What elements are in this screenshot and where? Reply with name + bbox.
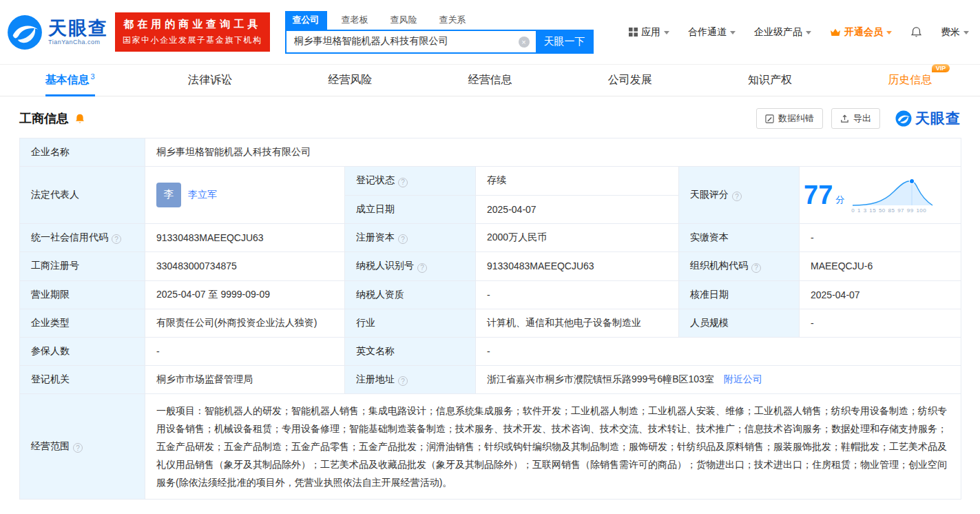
search-input[interactable]	[285, 30, 536, 54]
menu-vip[interactable]: 开通会员	[830, 26, 892, 39]
legal-rep-cell: 李 李立军	[145, 167, 345, 224]
apps-grid-icon	[629, 28, 638, 37]
search-tabs: 查公司 查老板 查风险 查关系	[285, 11, 594, 30]
menu-enterprise[interactable]: 企业级产品	[754, 26, 811, 39]
page-header: 天眼查 TianYanCha.com 都在用的商业查询工具 国家中小企业发展子基…	[0, 0, 980, 65]
nearby-companies-link[interactable]: 附近公司	[724, 373, 762, 384]
tab-label: 知识产权	[748, 73, 792, 88]
table-row: 企业名称 桐乡事坦格智能机器人科技有限公司	[20, 138, 961, 167]
banner-line2: 国家中小企业发展子基金旗下机构	[123, 34, 262, 46]
watermark-text: 天眼查	[915, 109, 961, 128]
legal-rep-avatar[interactable]: 李	[156, 183, 181, 207]
tianyancha-logo[interactable]: 天眼查 TianYanCha.com	[7, 14, 108, 50]
search-tab-company[interactable]: 查公司	[285, 11, 327, 30]
company-type-value: 有限责任公司(外商投资企业法人独资)	[145, 309, 345, 337]
approval-date-value: 2025-04-07	[800, 280, 961, 309]
subscribe-bell-icon[interactable]	[74, 113, 85, 125]
chevron-down-icon	[806, 31, 811, 34]
score-cell[interactable]: 77 分 0 1 3 15 50 85 97 99 100	[800, 167, 961, 224]
paid-capital-label: 实缴资本	[679, 223, 800, 252]
menu-apps-label: 应用	[641, 26, 660, 39]
paid-capital-value: -	[800, 223, 961, 252]
help-icon[interactable]: ?	[398, 178, 408, 187]
vip-badge: VIP	[932, 64, 950, 72]
tab-intellectual-property[interactable]: 知识产权	[700, 65, 840, 96]
menu-enterprise-label: 企业级产品	[754, 26, 802, 39]
reg-authority-value: 桐乡市市场监督管理局	[145, 365, 345, 394]
tab-basic-info[interactable]: 基本信息 3	[0, 65, 140, 96]
notification-bell-icon[interactable]	[910, 26, 922, 39]
tab-operation-info[interactable]: 经营信息	[420, 65, 560, 96]
address-label: 注册地址?	[345, 365, 476, 394]
help-icon[interactable]: ?	[398, 376, 408, 386]
tab-history-info[interactable]: 历史信息 VIP	[840, 65, 980, 96]
tab-label: 法律诉讼	[188, 73, 232, 88]
search-button[interactable]: 天眼一下	[536, 30, 594, 54]
export-button[interactable]: 导出	[831, 108, 880, 129]
establish-date-label: 成立日期	[345, 195, 476, 223]
logo-subtext: TianYanCha.com	[48, 39, 108, 45]
english-name-value: -	[476, 337, 961, 365]
org-code-label: 组织机构代码?	[679, 252, 800, 281]
taxpayer-quality-value: -	[476, 280, 679, 309]
tab-label: 历史信息	[888, 74, 932, 85]
insured-value: -	[145, 337, 345, 365]
score-axis-labels: 0 1 3 15 50 85 97 99 100	[851, 207, 934, 214]
search-tab-risk[interactable]: 查风险	[383, 11, 425, 30]
search-tab-boss[interactable]: 查老板	[334, 11, 376, 30]
menu-user[interactable]: 费米	[941, 26, 969, 39]
business-info-table: 企业名称 桐乡事坦格智能机器人科技有限公司 法定代表人 李 李立军 登记状态? …	[19, 138, 961, 500]
data-correction-button[interactable]: 数据纠错	[756, 108, 823, 129]
company-name-label: 企业名称	[20, 138, 145, 167]
chevron-down-icon	[730, 31, 736, 34]
org-code-value: MAEEQCJU-6	[800, 252, 961, 281]
reg-capital-label: 注册资本?	[345, 223, 476, 252]
taxpayer-quality-label: 纳税人资质	[345, 280, 476, 309]
menu-apps[interactable]: 应用	[629, 26, 669, 39]
help-icon[interactable]: ?	[417, 263, 427, 273]
taxpayer-id-value: 91330483MAEEQCJU63	[476, 252, 679, 281]
industry-value: 计算机、通信和其他电子设备制造业	[476, 309, 679, 337]
search-area: 查公司 查老板 查风险 查关系 × 天眼一下	[285, 11, 594, 54]
menu-vip-label: 开通会员	[844, 26, 883, 39]
staff-size-value: -	[800, 309, 961, 337]
credit-code-label: 统一社会信用代码?	[20, 223, 145, 252]
reg-number-label: 工商注册号	[20, 252, 145, 281]
crown-icon	[830, 28, 841, 37]
reg-status-value: 存续	[476, 167, 679, 196]
reg-authority-label: 登记机关	[20, 365, 145, 394]
business-scope-label: 经营范围?	[20, 394, 145, 500]
table-row: 经营范围? 一般项目：智能机器人的研发；智能机器人销售；集成电路设计；信息系统集…	[20, 394, 961, 500]
data-correction-label: 数据纠错	[778, 112, 814, 125]
export-label: 导出	[853, 112, 871, 125]
top-menu: 应用 合作通道 企业级产品 开通会员 费米	[629, 26, 969, 39]
legal-rep-link[interactable]: 李立军	[188, 189, 217, 201]
tab-label: 基本信息	[45, 73, 90, 88]
tab-operation-risk[interactable]: 经营风险	[280, 65, 420, 96]
logo-text: 天眼查	[48, 19, 108, 38]
help-icon[interactable]: ?	[732, 192, 742, 201]
chevron-down-icon	[664, 31, 669, 34]
promo-banner: 都在用的商业查询工具 国家中小企业发展子基金旗下机构	[115, 12, 270, 52]
help-icon[interactable]: ?	[751, 263, 761, 273]
score-unit: 分	[835, 194, 844, 206]
search-tab-relation[interactable]: 查关系	[432, 11, 474, 30]
help-icon[interactable]: ?	[398, 234, 408, 244]
banner-line1: 都在用的商业查询工具	[123, 18, 262, 31]
clear-icon[interactable]: ×	[519, 37, 530, 48]
business-scope-value: 一般项目：智能机器人的研发；智能机器人销售；集成电路设计；信息系统集成服务；软件…	[145, 394, 961, 500]
reg-capital-value: 2000万人民币	[476, 223, 679, 252]
help-icon[interactable]: ?	[73, 443, 83, 453]
table-row: 参保人数 - 英文名称 -	[20, 337, 961, 365]
insured-label: 参保人数	[20, 337, 145, 365]
tab-legal[interactable]: 法律诉讼	[140, 65, 280, 96]
table-row: 统一社会信用代码? 91330483MAEEQCJU63 注册资本? 2000万…	[20, 223, 961, 252]
tab-count-badge: 3	[91, 72, 95, 81]
reg-status-label: 登记状态?	[345, 167, 476, 196]
tab-company-development[interactable]: 公司发展	[560, 65, 700, 96]
tab-label: 经营风险	[328, 73, 372, 88]
score-value: 77	[804, 182, 833, 208]
menu-partner[interactable]: 合作通道	[688, 26, 736, 39]
help-icon[interactable]: ?	[112, 234, 121, 244]
export-icon	[840, 114, 849, 123]
